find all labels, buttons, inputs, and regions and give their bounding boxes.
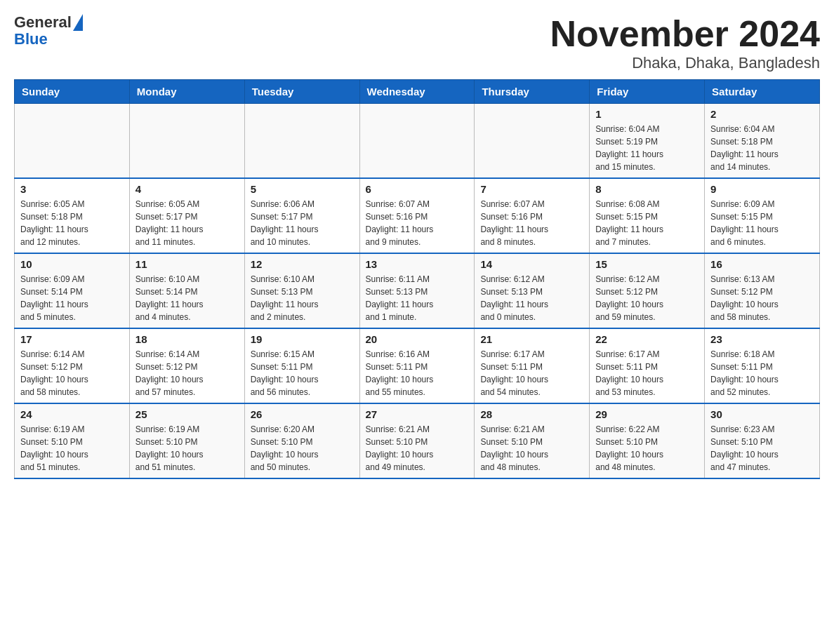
day-number: 17	[20, 333, 124, 345]
calendar-cell: 26Sunrise: 6:20 AMSunset: 5:10 PMDayligh…	[244, 403, 359, 478]
weekday-header-friday: Friday	[590, 80, 705, 104]
calendar-week-row: 10Sunrise: 6:09 AMSunset: 5:14 PMDayligh…	[15, 253, 820, 328]
calendar-cell: 5Sunrise: 6:06 AMSunset: 5:17 PMDaylight…	[244, 178, 359, 253]
calendar-week-row: 17Sunrise: 6:14 AMSunset: 5:12 PMDayligh…	[15, 328, 820, 403]
day-number: 6	[366, 183, 469, 195]
day-info: Sunrise: 6:07 AMSunset: 5:16 PMDaylight:…	[480, 198, 583, 248]
logo-blue-text: Blue	[14, 31, 83, 48]
weekday-header-thursday: Thursday	[475, 80, 590, 104]
calendar-cell: 7Sunrise: 6:07 AMSunset: 5:16 PMDaylight…	[475, 178, 590, 253]
calendar-cell: 17Sunrise: 6:14 AMSunset: 5:12 PMDayligh…	[15, 328, 130, 403]
calendar-cell: 6Sunrise: 6:07 AMSunset: 5:16 PMDaylight…	[359, 178, 475, 253]
day-info: Sunrise: 6:21 AMSunset: 5:10 PMDaylight:…	[480, 423, 583, 474]
day-info: Sunrise: 6:23 AMSunset: 5:10 PMDaylight:…	[710, 423, 814, 474]
day-number: 7	[480, 183, 583, 195]
calendar-cell: 21Sunrise: 6:17 AMSunset: 5:11 PMDayligh…	[475, 328, 590, 403]
day-number: 15	[595, 258, 699, 270]
day-info: Sunrise: 6:09 AMSunset: 5:14 PMDaylight:…	[20, 273, 124, 323]
day-number: 28	[480, 408, 583, 420]
day-info: Sunrise: 6:14 AMSunset: 5:12 PMDaylight:…	[20, 348, 124, 398]
day-number: 16	[710, 258, 814, 270]
weekday-header-wednesday: Wednesday	[359, 80, 475, 104]
weekday-header-saturday: Saturday	[705, 80, 820, 104]
calendar-cell: 25Sunrise: 6:19 AMSunset: 5:10 PMDayligh…	[129, 403, 244, 478]
calendar-cell: 19Sunrise: 6:15 AMSunset: 5:11 PMDayligh…	[244, 328, 359, 403]
day-info: Sunrise: 6:10 AMSunset: 5:13 PMDaylight:…	[251, 273, 354, 323]
day-info: Sunrise: 6:05 AMSunset: 5:17 PMDaylight:…	[135, 198, 239, 248]
calendar-cell: 8Sunrise: 6:08 AMSunset: 5:15 PMDaylight…	[590, 178, 705, 253]
calendar-cell: 15Sunrise: 6:12 AMSunset: 5:12 PMDayligh…	[590, 253, 705, 328]
day-number: 2	[710, 108, 814, 120]
calendar-cell: 14Sunrise: 6:12 AMSunset: 5:13 PMDayligh…	[475, 253, 590, 328]
calendar-cell	[129, 104, 244, 179]
day-info: Sunrise: 6:19 AMSunset: 5:10 PMDaylight:…	[20, 423, 124, 474]
day-info: Sunrise: 6:16 AMSunset: 5:11 PMDaylight:…	[366, 348, 469, 398]
calendar-cell: 24Sunrise: 6:19 AMSunset: 5:10 PMDayligh…	[15, 403, 130, 478]
day-info: Sunrise: 6:15 AMSunset: 5:11 PMDaylight:…	[251, 348, 354, 398]
calendar-cell: 27Sunrise: 6:21 AMSunset: 5:10 PMDayligh…	[359, 403, 475, 478]
day-info: Sunrise: 6:19 AMSunset: 5:10 PMDaylight:…	[135, 423, 239, 474]
calendar-cell: 4Sunrise: 6:05 AMSunset: 5:17 PMDaylight…	[129, 178, 244, 253]
calendar-cell: 23Sunrise: 6:18 AMSunset: 5:11 PMDayligh…	[705, 328, 820, 403]
calendar-cell	[15, 104, 130, 179]
calendar-week-row: 1Sunrise: 6:04 AMSunset: 5:19 PMDaylight…	[15, 104, 820, 179]
day-info: Sunrise: 6:21 AMSunset: 5:10 PMDaylight:…	[366, 423, 469, 474]
calendar-cell: 22Sunrise: 6:17 AMSunset: 5:11 PMDayligh…	[590, 328, 705, 403]
calendar-week-row: 24Sunrise: 6:19 AMSunset: 5:10 PMDayligh…	[15, 403, 820, 478]
day-info: Sunrise: 6:18 AMSunset: 5:11 PMDaylight:…	[710, 348, 814, 398]
calendar-cell	[244, 104, 359, 179]
calendar-cell: 9Sunrise: 6:09 AMSunset: 5:15 PMDaylight…	[705, 178, 820, 253]
day-number: 27	[366, 408, 469, 420]
day-info: Sunrise: 6:08 AMSunset: 5:15 PMDaylight:…	[595, 198, 699, 248]
calendar-cell: 30Sunrise: 6:23 AMSunset: 5:10 PMDayligh…	[705, 403, 820, 478]
day-number: 26	[251, 408, 354, 420]
calendar-cell: 3Sunrise: 6:05 AMSunset: 5:18 PMDaylight…	[15, 178, 130, 253]
day-number: 19	[251, 333, 354, 345]
title-block: November 2024 Dhaka, Dhaka, Bangladesh	[550, 14, 820, 72]
day-info: Sunrise: 6:04 AMSunset: 5:19 PMDaylight:…	[595, 123, 699, 173]
day-number: 8	[595, 183, 699, 195]
logo-triangle-icon	[73, 14, 83, 31]
logo-general-text: General	[14, 14, 72, 31]
day-number: 4	[135, 183, 239, 195]
day-info: Sunrise: 6:13 AMSunset: 5:12 PMDaylight:…	[710, 273, 814, 323]
calendar-cell: 12Sunrise: 6:10 AMSunset: 5:13 PMDayligh…	[244, 253, 359, 328]
day-number: 12	[251, 258, 354, 270]
day-info: Sunrise: 6:05 AMSunset: 5:18 PMDaylight:…	[20, 198, 124, 248]
day-number: 30	[710, 408, 814, 420]
calendar-title: November 2024	[550, 14, 820, 54]
day-number: 14	[480, 258, 583, 270]
day-info: Sunrise: 6:11 AMSunset: 5:13 PMDaylight:…	[366, 273, 469, 323]
day-number: 21	[480, 333, 583, 345]
calendar-cell: 28Sunrise: 6:21 AMSunset: 5:10 PMDayligh…	[475, 403, 590, 478]
calendar-cell: 2Sunrise: 6:04 AMSunset: 5:18 PMDaylight…	[705, 104, 820, 179]
day-number: 5	[251, 183, 354, 195]
day-number: 24	[20, 408, 124, 420]
day-number: 13	[366, 258, 469, 270]
day-number: 25	[135, 408, 239, 420]
day-info: Sunrise: 6:04 AMSunset: 5:18 PMDaylight:…	[710, 123, 814, 173]
day-number: 18	[135, 333, 239, 345]
day-info: Sunrise: 6:06 AMSunset: 5:17 PMDaylight:…	[251, 198, 354, 248]
day-info: Sunrise: 6:10 AMSunset: 5:14 PMDaylight:…	[135, 273, 239, 323]
calendar-cell: 18Sunrise: 6:14 AMSunset: 5:12 PMDayligh…	[129, 328, 244, 403]
day-info: Sunrise: 6:17 AMSunset: 5:11 PMDaylight:…	[595, 348, 699, 398]
day-number: 23	[710, 333, 814, 345]
calendar-table: SundayMondayTuesdayWednesdayThursdayFrid…	[14, 79, 820, 479]
calendar-header-row: SundayMondayTuesdayWednesdayThursdayFrid…	[15, 80, 820, 104]
calendar-cell: 10Sunrise: 6:09 AMSunset: 5:14 PMDayligh…	[15, 253, 130, 328]
day-info: Sunrise: 6:17 AMSunset: 5:11 PMDaylight:…	[480, 348, 583, 398]
day-number: 3	[20, 183, 124, 195]
day-number: 22	[595, 333, 699, 345]
calendar-cell: 29Sunrise: 6:22 AMSunset: 5:10 PMDayligh…	[590, 403, 705, 478]
calendar-cell: 13Sunrise: 6:11 AMSunset: 5:13 PMDayligh…	[359, 253, 475, 328]
calendar-subtitle: Dhaka, Dhaka, Bangladesh	[550, 54, 820, 72]
page-header: General Blue November 2024 Dhaka, Dhaka,…	[14, 14, 820, 72]
weekday-header-sunday: Sunday	[15, 80, 130, 104]
day-number: 10	[20, 258, 124, 270]
day-info: Sunrise: 6:20 AMSunset: 5:10 PMDaylight:…	[251, 423, 354, 474]
day-number: 20	[366, 333, 469, 345]
calendar-cell: 20Sunrise: 6:16 AMSunset: 5:11 PMDayligh…	[359, 328, 475, 403]
weekday-header-monday: Monday	[129, 80, 244, 104]
calendar-cell: 1Sunrise: 6:04 AMSunset: 5:19 PMDaylight…	[590, 104, 705, 179]
